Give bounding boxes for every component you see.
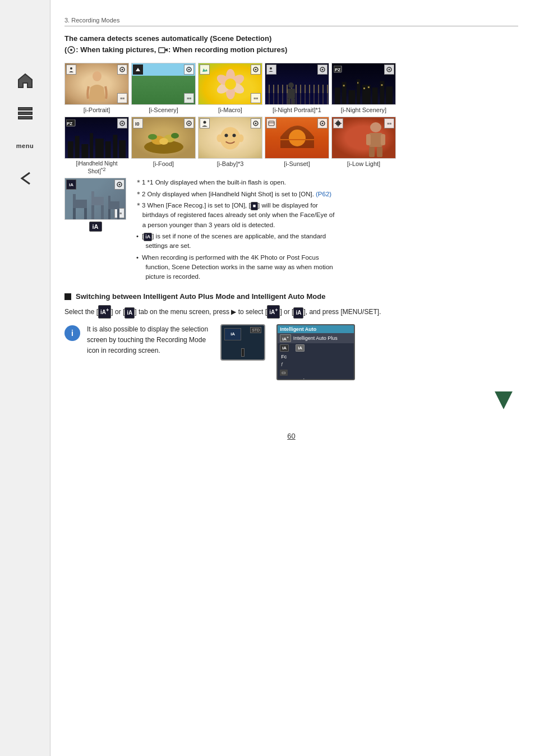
- scene-macro: ≡≡ [i-Macro]: [198, 63, 262, 113]
- svg-rect-41: [357, 82, 358, 84]
- menu-row-ia-plus: iA+ Intelligent Auto Plus: [278, 333, 354, 344]
- svg-rect-89: [369, 147, 375, 157]
- bullet-ia-set: [iA] is set if none of the scenes are ap…: [135, 232, 518, 251]
- svg-rect-97: [91, 197, 104, 205]
- svg-point-8: [122, 69, 123, 71]
- handheld-tl-icon: PZ: [66, 118, 76, 128]
- menu-row-f: f: [278, 361, 354, 368]
- down-arrow-icon[interactable]: [495, 391, 513, 409]
- switching-body-text: Select the [iA+] or [iA] tab on the menu…: [64, 305, 518, 318]
- scenery-tr-icon: [184, 64, 194, 75]
- svg-rect-103: [108, 209, 110, 219]
- svg-rect-52: [90, 133, 93, 158]
- portrait-tr-icon: [117, 64, 127, 75]
- breadcrumb: 3. Recording Modes: [64, 17, 518, 26]
- svg-point-68: [255, 123, 257, 125]
- svg-point-21: [270, 67, 272, 70]
- menu-screen-mockup: Intelligent Auto iA+ Intelligent Auto Pl…: [276, 324, 355, 380]
- sidebar-menu-label[interactable]: menu: [12, 132, 39, 159]
- footnote-3: ＊3 When [Face Recog.] is set to [ON], [■…: [135, 201, 518, 230]
- handheld-tr-icon: [117, 118, 127, 128]
- svg-point-77: [322, 123, 324, 125]
- scene-ia: iA ≡≡: [64, 178, 126, 232]
- svg-rect-0: [19, 108, 32, 110]
- main-content: 3. Recording Modes The camera detects sc…: [53, 0, 535, 457]
- menu-row-fc: Fc: [278, 353, 354, 361]
- svg-point-59: [188, 123, 190, 125]
- sidebar-back-icon[interactable]: [12, 165, 39, 192]
- svg-point-64: [148, 134, 157, 140]
- svg-rect-74: [269, 121, 274, 126]
- tip-icon: i: [64, 325, 80, 341]
- svg-rect-40: [343, 85, 345, 86]
- svg-point-69: [220, 127, 240, 149]
- svg-point-63: [159, 138, 168, 145]
- svg-point-31: [389, 69, 390, 71]
- tip-text: It is also possible to display the selec…: [87, 324, 208, 357]
- sunset-tr-icon: [317, 118, 328, 128]
- menu-row-disp: ↩ DISP i: [278, 377, 354, 380]
- night-portrait-tl-icon: [266, 64, 276, 75]
- page-title: The camera detects scenes automatically …: [64, 33, 518, 55]
- menu-screen-header: Intelligent Auto: [278, 325, 354, 333]
- scene-night-scenery: PZ: [331, 63, 396, 113]
- scene-handheld: PZ [iHandheld NightShot]*2: [64, 117, 129, 174]
- baby-tl-icon: [200, 118, 210, 128]
- svg-point-24: [288, 82, 294, 88]
- switching-section-header: Switching between Intelligent Auto Plus …: [64, 292, 518, 301]
- scene-scenery: ≡≡ [i-Scenery]: [131, 63, 196, 113]
- svg-point-71: [232, 133, 236, 137]
- footnotes-section: ＊1 *1 Only displayed when the built-in f…: [135, 178, 518, 283]
- svg-point-78: [289, 130, 306, 146]
- svg-rect-1: [19, 112, 32, 114]
- svg-rect-50: [75, 136, 80, 158]
- svg-rect-27: [292, 99, 295, 104]
- svg-point-70: [224, 133, 228, 137]
- night-scenery-tl-icon: PZ: [333, 64, 343, 75]
- svg-point-13: [255, 69, 257, 71]
- footnote-1: ＊1 *1 Only displayed when the built-in f…: [135, 178, 518, 187]
- svg-point-20: [225, 79, 236, 90]
- scenery-br-icon: ≡≡: [184, 93, 194, 103]
- svg-point-65: [171, 133, 179, 139]
- svg-point-48: [122, 123, 123, 125]
- macro-tr-icon: [251, 64, 261, 75]
- sidebar-home-icon[interactable]: [12, 67, 39, 94]
- scene-sunset: [i-Sunset]: [265, 117, 329, 167]
- svg-text:I0: I0: [135, 121, 140, 127]
- svg-rect-99: [91, 205, 94, 219]
- scenes-row-2: PZ [iHandheld NightShot]*2: [64, 117, 518, 174]
- svg-rect-44: [381, 84, 382, 86]
- bullet-4k-photo: When recording is performed with the 4K …: [135, 253, 518, 282]
- sidebar: menu: [0, 0, 50, 756]
- svg-text:PZ: PZ: [67, 121, 72, 126]
- scenes-row-1: ≡≡ [i-Portrait] ≡≡: [64, 63, 518, 113]
- svg-rect-2: [19, 117, 32, 119]
- svg-text:PZ: PZ: [335, 67, 340, 72]
- svg-rect-55: [113, 135, 117, 158]
- svg-rect-51: [81, 144, 88, 158]
- svg-rect-90: [377, 147, 382, 157]
- svg-point-4: [70, 49, 72, 51]
- svg-point-80: [336, 121, 340, 126]
- camera-screen-mockup: iA STD: [220, 324, 265, 361]
- scene-portrait: ≡≡ [i-Portrait]: [64, 63, 129, 113]
- sunset-tl-icon: [266, 118, 276, 128]
- switching-title: Switching between Intelligent Auto Plus …: [76, 292, 325, 301]
- menu-row-d: ▭: [278, 368, 354, 377]
- svg-rect-93: [73, 200, 87, 208]
- scene-baby: [i-Baby]*3: [198, 117, 262, 167]
- sidebar-list-icon[interactable]: [12, 100, 39, 127]
- footnote-2: ＊2 Only displayed when [iHandheld Night …: [135, 190, 518, 199]
- svg-point-85: [370, 122, 381, 132]
- svg-rect-34: [348, 90, 355, 104]
- baby-tr-icon: [251, 118, 261, 128]
- night-scenery-tr-icon: [384, 64, 394, 75]
- scene-low-light: ≡≡ [i-Low Light]: [331, 117, 396, 167]
- svg-rect-96: [84, 208, 87, 219]
- svg-point-9: [93, 71, 102, 81]
- svg-rect-102: [108, 196, 110, 202]
- svg-rect-86: [369, 133, 382, 147]
- svg-rect-56: [119, 140, 126, 158]
- svg-rect-35: [357, 79, 360, 104]
